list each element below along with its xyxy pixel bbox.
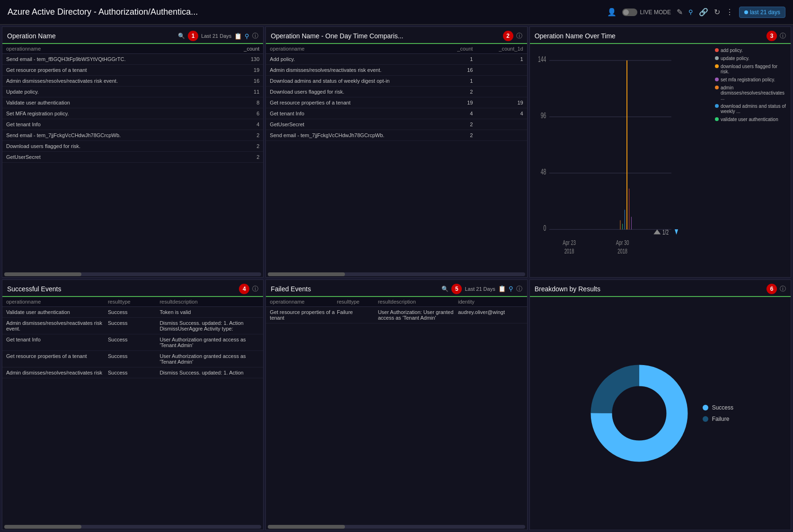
- table-row[interactable]: Get resource properties of a tenant19: [2, 65, 263, 76]
- p2-cell-name: GetUserSecret: [270, 122, 423, 127]
- table-row[interactable]: Update policy.11: [2, 87, 263, 97]
- table-row[interactable]: Admin dismisses/resolves/reactivates ris…: [2, 318, 263, 334]
- panel5-controls: Last 21 Days 📋 ⚲ ⓘ: [465, 285, 522, 293]
- p4-cell-result: Success: [108, 320, 159, 326]
- info-icon-p5[interactable]: ⓘ: [516, 285, 522, 293]
- p1-cell-name: Set MFA registration policy.: [6, 111, 197, 116]
- info-icon-p3[interactable]: ⓘ: [780, 32, 786, 40]
- table-row[interactable]: Admin dismisses/resolves/reactivates ris…: [2, 76, 263, 87]
- share-icon[interactable]: 🔗: [699, 8, 708, 17]
- p2-cell-count: 2: [423, 122, 473, 127]
- donut-legend-dot: [703, 416, 708, 422]
- panel6-badge: 6: [767, 284, 777, 294]
- panel1-controls: Last 21 Days 📋 ⚲ ⓘ: [201, 32, 258, 40]
- panel1-title: Operation Name: [7, 32, 175, 40]
- filter-icon-p5[interactable]: ⚲: [509, 285, 513, 292]
- table-row[interactable]: Send email - tem_7jjFckgVcCHdwJh78GCrcpW…: [266, 130, 527, 141]
- p2-cell-name: Get resource properties of a tenant: [270, 100, 423, 105]
- edit-icon[interactable]: ✎: [677, 8, 683, 17]
- search-icon-p5[interactable]: 🔍: [441, 286, 449, 292]
- filter-icon-p1[interactable]: ⚲: [245, 33, 249, 40]
- table-row[interactable]: Validate user authenticationSuccessToken…: [2, 307, 263, 318]
- panel-breakdown: Breakdown by Results 6 ⓘ SuccessFailure: [529, 279, 791, 531]
- panel1-hscrollbar[interactable]: [4, 272, 261, 276]
- table-row[interactable]: Get resource properties of a tenantFailu…: [266, 307, 527, 323]
- svg-marker-18: [653, 229, 661, 234]
- panel4-title: Successful Events: [7, 285, 236, 293]
- svg-text:144: 144: [538, 55, 546, 63]
- p1-cell-count: 130: [197, 56, 260, 62]
- panel2-tbody[interactable]: Add policy.11Admin dismisses/resolves/re…: [266, 54, 527, 269]
- svg-text:96: 96: [540, 112, 546, 120]
- panel4-table: operationname resulttype resultdescripti…: [2, 297, 263, 524]
- legend-dot: [715, 64, 719, 68]
- legend-dot: [715, 104, 719, 108]
- panel4-hscrollbar[interactable]: [4, 525, 261, 529]
- legend-label: update policy.: [721, 56, 749, 61]
- table-row[interactable]: Get tenant InfoSuccessUser Authorization…: [2, 334, 263, 351]
- p1-cell-name: Validate user authentication: [6, 100, 197, 105]
- table-row[interactable]: Get resource properties of a tenantSucce…: [2, 351, 263, 367]
- p2-cell-count: 1: [423, 78, 473, 84]
- table-row[interactable]: Download admins and status of weekly dig…: [266, 76, 527, 87]
- p1-cell-name: Get resource properties of a tenant: [6, 67, 197, 73]
- table-row[interactable]: Send email - tem_7jjFckgVcCHdwJh78GCrcpW…: [2, 130, 263, 141]
- info-icon-p6[interactable]: ⓘ: [780, 285, 786, 293]
- panel4-col3-header: resultdescription: [159, 299, 259, 305]
- table-row[interactable]: Send email - tem_fBGQH3tFp9bWSYtVQtHGGrT…: [2, 54, 263, 65]
- copy-icon-p5[interactable]: 📋: [498, 285, 506, 292]
- copy-icon-p1[interactable]: 📋: [234, 33, 242, 40]
- p1-cell-name: Update policy.: [6, 89, 197, 95]
- table-row[interactable]: Validate user authentication8: [2, 97, 263, 108]
- legend-item: add policy.: [715, 48, 787, 53]
- p1-cell-name: Download users flagged for risk.: [6, 143, 197, 149]
- panel1-tbody[interactable]: Send email - tem_fBGQH3tFp9bWSYtVQtHGGrT…: [2, 54, 263, 269]
- p1-cell-count: 2: [197, 143, 260, 149]
- table-row[interactable]: Download users flagged for risk.2: [266, 87, 527, 97]
- search-icon-p1[interactable]: 🔍: [178, 33, 185, 39]
- table-row[interactable]: Get resource properties of a tenant1919: [266, 97, 527, 108]
- panel4-col2-header: resulttype: [108, 299, 159, 305]
- p5-cell-name: Get resource properties of a tenant: [270, 309, 337, 321]
- donut-legend-label: Success: [712, 404, 733, 411]
- info-icon-p1[interactable]: ⓘ: [252, 32, 258, 40]
- table-row[interactable]: Get tenant Info4: [2, 119, 263, 130]
- user-icon[interactable]: 👤: [607, 8, 617, 17]
- refresh-icon[interactable]: ↻: [714, 8, 720, 17]
- table-row[interactable]: Get tenant Info44: [266, 108, 527, 119]
- time-badge[interactable]: last 21 days: [739, 7, 785, 18]
- legend-label: download users flagged for risk.: [721, 64, 787, 74]
- panel4-badge: 4: [239, 284, 249, 294]
- panel-over-time: Operation Name Over Time 3 ⓘ 144 96 48 0: [529, 26, 791, 278]
- table-row[interactable]: Admin dismisses/resolves/reactivates ris…: [266, 65, 527, 76]
- p1-cell-count: 2: [197, 154, 260, 160]
- panel4-tbody[interactable]: Validate user authenticationSuccessToken…: [2, 307, 263, 522]
- table-row[interactable]: Download users flagged for risk.2: [2, 141, 263, 152]
- toggle-switch[interactable]: [622, 9, 637, 16]
- live-mode-toggle[interactable]: LIVE MODE: [622, 9, 671, 16]
- panel4-header: Successful Events 4 ⓘ: [2, 280, 263, 297]
- svg-text:Apr 23: Apr 23: [563, 239, 576, 247]
- p4-cell-name: Admin dismisses/resolves/reactivates ris…: [6, 370, 108, 375]
- panel5-tbody[interactable]: Get resource properties of a tenantFailu…: [266, 307, 527, 522]
- panel1-hscrollbar-thumb: [4, 272, 81, 276]
- panel4-thead: operationname resulttype resultdescripti…: [2, 297, 263, 307]
- filter-icon[interactable]: ⚲: [688, 9, 693, 16]
- table-row[interactable]: GetUserSecret2: [2, 152, 263, 163]
- p2-cell-count: 4: [423, 111, 473, 116]
- info-icon-p2[interactable]: ⓘ: [516, 32, 522, 40]
- info-icon-p4[interactable]: ⓘ: [252, 285, 258, 293]
- legend-item: set mfa registration policy.: [715, 77, 787, 82]
- table-row[interactable]: Set MFA registration policy.6: [2, 108, 263, 119]
- donut-legend-item: Failure: [703, 416, 733, 422]
- panel5-title: Failed Events: [271, 285, 439, 293]
- legend-dot: [715, 86, 719, 89]
- panel2-hscrollbar[interactable]: [268, 272, 525, 276]
- table-row[interactable]: GetUserSecret2: [266, 119, 527, 130]
- table-row[interactable]: Admin dismisses/resolves/reactivates ris…: [2, 367, 263, 378]
- more-icon[interactable]: ⋮: [726, 8, 733, 17]
- panel5-table: operationname resulttype resultdescripti…: [266, 297, 527, 524]
- panel5-hscrollbar[interactable]: [268, 525, 525, 529]
- panel2-col2-header: _count: [423, 46, 473, 52]
- table-row[interactable]: Add policy.11: [266, 54, 527, 65]
